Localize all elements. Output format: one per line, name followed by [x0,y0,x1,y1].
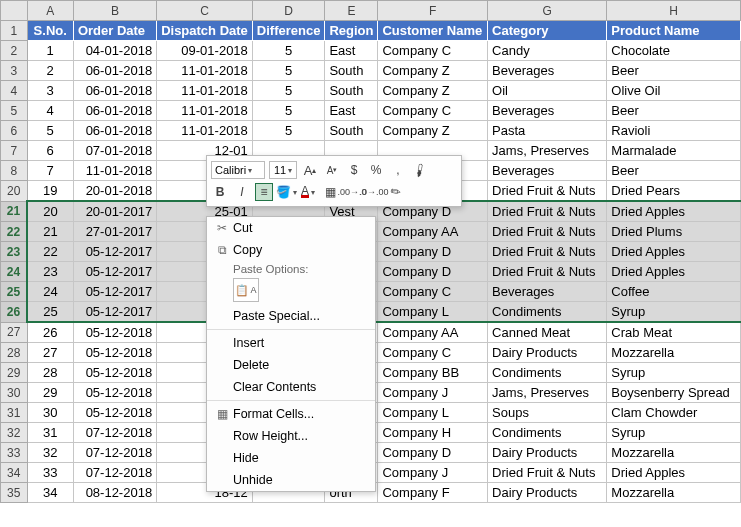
row-header[interactable]: 23 [1,242,28,262]
italic-button[interactable]: I [233,183,251,201]
cell[interactable]: S.No. [27,21,73,41]
cell[interactable]: Dried Pears [607,181,741,202]
cell[interactable]: 34 [27,483,73,503]
cell[interactable]: Dried Apples [607,463,741,483]
cell[interactable]: 11-01-2018 [73,161,156,181]
cell[interactable]: Clam Chowder [607,403,741,423]
cell[interactable]: Syrup [607,363,741,383]
row-header[interactable]: 21 [1,201,28,222]
cell[interactable]: Category [488,21,607,41]
select-all-cell[interactable] [1,1,28,21]
cell[interactable]: Company C [378,101,488,121]
col-header-e[interactable]: E [325,1,378,21]
cell[interactable]: Dried Fruit & Nuts [488,242,607,262]
cell[interactable]: Oil [488,81,607,101]
row-header[interactable]: 2 [1,41,28,61]
cell[interactable]: 32 [27,443,73,463]
cell[interactable]: South [325,121,378,141]
col-header-h[interactable]: H [607,1,741,21]
cell[interactable]: Company AA [378,322,488,343]
cell[interactable]: Company J [378,383,488,403]
row-header[interactable]: 31 [1,403,28,423]
cell[interactable]: 06-01-2018 [73,61,156,81]
cell[interactable]: Dried Apples [607,201,741,222]
cell[interactable]: 05-12-2017 [73,302,156,323]
menu-paste-special[interactable]: Paste Special... [207,305,375,327]
cell[interactable]: 28 [27,363,73,383]
row-header[interactable]: 20 [1,181,28,202]
cell[interactable]: Beer [607,161,741,181]
cell[interactable]: Company Z [378,61,488,81]
cell[interactable]: 5 [252,41,325,61]
cell[interactable]: 07-12-2018 [73,423,156,443]
cell[interactable]: Dispatch Date [157,21,253,41]
row-header[interactable]: 33 [1,443,28,463]
row-header[interactable]: 35 [1,483,28,503]
size-combo[interactable]: 11▾ [269,161,297,179]
cell[interactable]: 06-01-2018 [73,81,156,101]
col-header-a[interactable]: A [27,1,73,21]
cell[interactable]: Region [325,21,378,41]
cell[interactable]: 20 [27,201,73,222]
menu-insert[interactable]: Insert [207,332,375,354]
cell[interactable]: 05-12-2017 [73,282,156,302]
cell[interactable]: Beverages [488,161,607,181]
cell[interactable]: Dairy Products [488,483,607,503]
cell[interactable]: Mozzarella [607,483,741,503]
increase-font-icon[interactable]: A▴ [301,161,319,179]
cell[interactable]: Crab Meat [607,322,741,343]
comma-icon[interactable]: , [389,161,407,179]
cell[interactable]: 07-12-2018 [73,443,156,463]
menu-delete[interactable]: Delete [207,354,375,376]
row-header[interactable]: 34 [1,463,28,483]
cell[interactable]: 08-12-2018 [73,483,156,503]
cell[interactable]: Company F [378,483,488,503]
row-header[interactable]: 4 [1,81,28,101]
bold-button[interactable]: B [211,183,229,201]
col-header-b[interactable]: B [73,1,156,21]
cell[interactable]: 21 [27,222,73,242]
cell[interactable]: Dried Apples [607,262,741,282]
cell[interactable]: Dairy Products [488,343,607,363]
cell[interactable]: 05-12-2018 [73,403,156,423]
cell[interactable]: Ravioli [607,121,741,141]
cell[interactable]: 3 [27,81,73,101]
cell[interactable]: Beverages [488,101,607,121]
cell[interactable]: Coffee [607,282,741,302]
cell[interactable]: 06-01-2018 [73,101,156,121]
cell[interactable]: Chocolate [607,41,741,61]
cell[interactable]: Company L [378,403,488,423]
cell[interactable]: Company D [378,262,488,282]
row-header[interactable]: 5 [1,101,28,121]
cell[interactable]: 4 [27,101,73,121]
col-header-g[interactable]: G [488,1,607,21]
cell[interactable]: Company L [378,302,488,323]
cell[interactable]: 30 [27,403,73,423]
row-header[interactable]: 22 [1,222,28,242]
cell[interactable]: Dried Plums [607,222,741,242]
cell[interactable]: Soups [488,403,607,423]
cell[interactable]: Dried Fruit & Nuts [488,181,607,202]
cell[interactable]: Product Name [607,21,741,41]
cell[interactable]: 23 [27,262,73,282]
cell[interactable]: Dried Fruit & Nuts [488,222,607,242]
cell[interactable]: Company D [378,242,488,262]
cell[interactable]: Company H [378,423,488,443]
menu-clear-contents[interactable]: Clear Contents [207,376,375,398]
row-header[interactable]: 25 [1,282,28,302]
cell[interactable]: Syrup [607,302,741,323]
cell[interactable]: 20-01-2017 [73,201,156,222]
cell[interactable]: 1 [27,41,73,61]
cell[interactable]: Dried Fruit & Nuts [488,262,607,282]
cell[interactable]: East [325,41,378,61]
cell[interactable]: 31 [27,423,73,443]
cell[interactable]: Canned Meat [488,322,607,343]
cell[interactable]: 19 [27,181,73,202]
paste-default-button[interactable]: 📋A [233,278,259,302]
row-header[interactable]: 32 [1,423,28,443]
row-header[interactable]: 7 [1,141,28,161]
row-header[interactable]: 24 [1,262,28,282]
col-header-d[interactable]: D [252,1,325,21]
cell[interactable]: Boysenberry Spread [607,383,741,403]
format-painter-two-icon[interactable]: ✎ [387,183,405,201]
